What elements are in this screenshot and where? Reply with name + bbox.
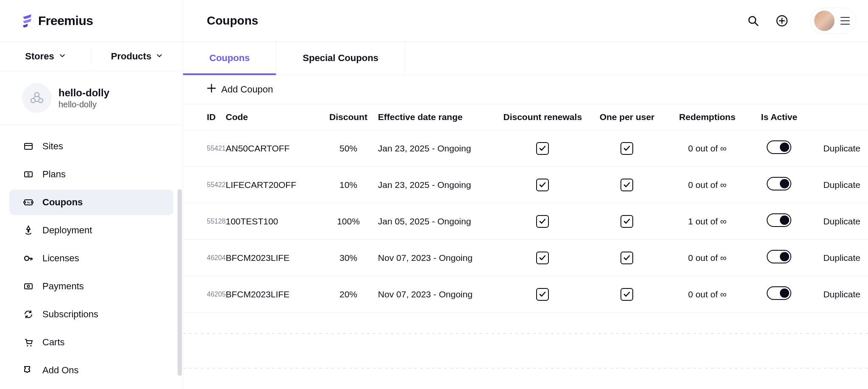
cell-discount: 30% xyxy=(319,240,378,276)
user-menu[interactable] xyxy=(810,8,856,34)
search-icon[interactable] xyxy=(747,14,760,27)
cell-id: 55422 xyxy=(183,167,226,203)
sidebar-scrollbar[interactable] xyxy=(178,130,182,378)
table-row[interactable]: 46204BFCM2023LIFE30%Nov 07, 2023 - Ongoi… xyxy=(183,240,868,276)
col-code[interactable]: Code xyxy=(226,104,319,130)
table-row[interactable]: 55421AN50CARTOFF50%Jan 23, 2025 - Ongoin… xyxy=(183,130,868,167)
col-renewals[interactable]: Discount renewals xyxy=(496,104,589,130)
coupons-table: ID Code Discount Effective date range Di… xyxy=(183,104,868,313)
col-is-active[interactable]: Is Active xyxy=(750,104,809,130)
table-footer-divider xyxy=(183,364,868,389)
svg-point-9 xyxy=(31,201,33,203)
active-toggle[interactable] xyxy=(767,250,791,263)
cell-one-per-user xyxy=(589,167,665,203)
products-dropdown[interactable]: Products xyxy=(92,51,183,62)
logo-text: Freemius xyxy=(38,14,93,28)
cell-one-per-user xyxy=(589,203,665,240)
sidebar-item-licenses[interactable]: Licenses xyxy=(9,246,173,271)
table-row[interactable]: 46205BFCM2023LIFE20%Nov 07, 2023 - Ongoi… xyxy=(183,276,868,313)
cell-redemptions: 0 out of ∞ xyxy=(665,167,750,203)
col-discount[interactable]: Discount xyxy=(319,104,378,130)
sites-icon xyxy=(23,141,34,152)
coupons-table-wrap: ID Code Discount Effective date range Di… xyxy=(183,104,868,389)
product-avatar-icon xyxy=(22,83,52,113)
col-one-per-user[interactable]: One per user xyxy=(589,104,665,130)
duplicate-button[interactable]: Duplicate xyxy=(823,180,860,190)
svg-point-0 xyxy=(35,92,39,97)
active-toggle[interactable] xyxy=(767,140,791,154)
check-icon xyxy=(620,288,633,301)
tab-special-coupons[interactable]: Special Coupons xyxy=(276,42,405,75)
check-icon xyxy=(620,215,633,228)
sidebar-item-coupons[interactable]: %Coupons xyxy=(9,190,173,215)
subscriptions-icon xyxy=(23,309,34,320)
check-icon xyxy=(536,179,549,191)
plans-icon: $ xyxy=(23,169,34,180)
svg-point-11 xyxy=(25,256,29,260)
coupons-icon: % xyxy=(23,197,34,208)
cell-one-per-user xyxy=(589,240,665,276)
product-header[interactable]: hello-dolly hello-dolly xyxy=(0,71,183,125)
page-title: Coupons xyxy=(207,14,731,28)
main: Coupons CouponsSpecial Coupons Add Coupo… xyxy=(183,0,868,389)
cell-is-active xyxy=(750,240,809,276)
cell-is-active xyxy=(750,167,809,203)
chevron-down-icon xyxy=(58,51,66,62)
sidebar-item-subscriptions[interactable]: Subscriptions xyxy=(9,302,173,327)
cell-discount: 100% xyxy=(319,203,378,240)
sidebar-scrollbar-thumb[interactable] xyxy=(178,189,182,376)
add-icon[interactable] xyxy=(776,14,788,27)
active-toggle[interactable] xyxy=(767,213,791,227)
check-icon xyxy=(536,142,549,155)
cell-is-active xyxy=(750,130,809,167)
plus-icon xyxy=(207,84,216,95)
cell-redemptions: 0 out of ∞ xyxy=(665,276,750,313)
col-redemptions[interactable]: Redemptions xyxy=(665,104,750,130)
table-row[interactable]: 55422LIFECART20OFF10%Jan 23, 2025 - Ongo… xyxy=(183,167,868,203)
cell-renewals xyxy=(496,130,589,167)
duplicate-button[interactable]: Duplicate xyxy=(823,143,860,153)
duplicate-button[interactable]: Duplicate xyxy=(823,289,860,299)
tab-coupons[interactable]: Coupons xyxy=(183,42,276,75)
carts-icon xyxy=(23,337,34,348)
check-icon xyxy=(536,215,549,228)
duplicate-button[interactable]: Duplicate xyxy=(823,253,860,263)
stores-dropdown[interactable]: Stores xyxy=(0,51,91,62)
check-icon xyxy=(620,179,633,191)
cell-renewals xyxy=(496,276,589,313)
active-toggle[interactable] xyxy=(767,177,791,190)
col-date-range[interactable]: Effective date range xyxy=(378,104,496,130)
active-toggle[interactable] xyxy=(767,286,791,300)
product-slug: hello-dolly xyxy=(58,100,109,109)
cell-date-range: Jan 05, 2025 - Ongoing xyxy=(378,203,496,240)
sidebar-item-deployment[interactable]: Deployment xyxy=(9,218,173,243)
sidebar-item-sites[interactable]: Sites xyxy=(9,134,173,159)
sidebar-item-plans[interactable]: $Plans xyxy=(9,162,173,187)
sidebar-item-label: Plans xyxy=(42,169,66,180)
cell-id: 55128 xyxy=(183,203,226,240)
sidebar-item-label: Carts xyxy=(42,337,65,348)
cell-redemptions: 1 out of ∞ xyxy=(665,203,750,240)
sidebar-item-addons[interactable]: Add Ons xyxy=(9,358,173,383)
nav: Sites$Plans%CouponsDeploymentLicensesPay… xyxy=(0,125,183,386)
cell-is-active xyxy=(750,203,809,240)
licenses-icon xyxy=(23,253,34,264)
duplicate-button[interactable]: Duplicate xyxy=(823,216,860,226)
cell-id: 46205 xyxy=(183,276,226,313)
cell-code: BFCM2023LIFE xyxy=(226,276,319,313)
sidebar-item-payments[interactable]: Payments xyxy=(9,274,173,299)
cell-code: 100TEST100 xyxy=(226,203,319,240)
logo[interactable]: Freemius xyxy=(0,0,183,42)
check-icon xyxy=(620,142,633,155)
cell-code: LIFECART20OFF xyxy=(226,167,319,203)
add-coupon-button[interactable]: Add Coupon xyxy=(183,75,868,104)
col-id[interactable]: ID xyxy=(183,104,226,130)
table-row[interactable]: 55128100TEST100100%Jan 05, 2025 - Ongoin… xyxy=(183,203,868,240)
check-icon xyxy=(536,288,549,301)
cell-id: 46204 xyxy=(183,240,226,276)
tabs: CouponsSpecial Coupons xyxy=(183,42,868,75)
sidebar-item-carts[interactable]: Carts xyxy=(9,330,173,355)
store-product-switcher: Stores Products xyxy=(0,42,183,71)
sidebar: Freemius Stores Products xyxy=(0,0,183,389)
cell-discount: 10% xyxy=(319,167,378,203)
